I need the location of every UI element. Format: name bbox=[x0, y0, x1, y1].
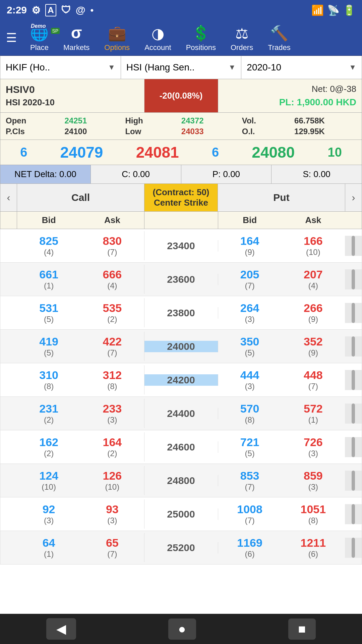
call-ask-1[interactable]: 666 (4) bbox=[80, 265, 144, 294]
nav-bar: ☰ Demo 🌐 SP Place σ Markets 💼 Options ◑ … bbox=[0, 20, 362, 56]
nav-item-positions[interactable]: 💲 Positions bbox=[179, 23, 223, 53]
call-ask-val-6: 164 bbox=[103, 436, 122, 449]
call-bid-9[interactable]: 64 (1) bbox=[17, 533, 80, 562]
call-ask-6[interactable]: 164 (2) bbox=[80, 432, 144, 462]
recents-button[interactable]: ■ bbox=[288, 619, 316, 640]
put-bid-qty-8: (7) bbox=[245, 516, 254, 525]
put-ask-0[interactable]: 166 (10) bbox=[282, 231, 345, 260]
option-row[interactable]: 661 (1) 666 (4) 23600 205 (7) 207 (4) bbox=[0, 263, 362, 296]
col-nav-right[interactable]: › bbox=[345, 184, 362, 211]
call-ask-8[interactable]: 93 (3) bbox=[80, 499, 144, 529]
exchange-dropdown[interactable]: HKIF (Ho.. ▼ bbox=[0, 56, 121, 79]
option-row[interactable]: 231 (2) 233 (3) 24400 570 (8) 572 (1) bbox=[0, 397, 362, 430]
put-ask-1[interactable]: 207 (4) bbox=[282, 265, 345, 294]
call-bid-4[interactable]: 310 (8) bbox=[17, 365, 80, 394]
hsi-left: HSIV0 HSI 2020-10 bbox=[0, 79, 144, 112]
call-ask-qty-8: (3) bbox=[107, 516, 117, 525]
call-bid-qty-0: (4) bbox=[44, 248, 54, 257]
nav-item-options[interactable]: 💼 Options bbox=[97, 23, 137, 53]
vol-value: 66.758K bbox=[294, 116, 356, 125]
index-dropdown[interactable]: HSI (Hang Sen.. ▼ bbox=[121, 56, 242, 79]
put-bid-1[interactable]: 205 (7) bbox=[218, 265, 282, 294]
call-ask-4[interactable]: 312 (8) bbox=[80, 365, 144, 394]
status-left: 2:29 ⚙ A 🛡 @ ● bbox=[7, 4, 94, 16]
option-row[interactable]: 92 (3) 93 (3) 25000 1008 (7) 1051 (8) bbox=[0, 497, 362, 531]
put-ask-7[interactable]: 859 (3) bbox=[282, 466, 345, 495]
strike-3[interactable]: 24000 bbox=[144, 341, 218, 352]
option-row[interactable]: 64 (1) 65 (7) 25200 1169 (6) 1211 (6) bbox=[0, 531, 362, 565]
put-bid-4[interactable]: 444 (3) bbox=[218, 365, 282, 394]
nav-item-trades[interactable]: 🔨 Trades bbox=[260, 23, 298, 53]
call-ask-0[interactable]: 830 (7) bbox=[80, 231, 144, 260]
exchange-arrow-icon: ▼ bbox=[108, 63, 115, 72]
put-ask-6[interactable]: 726 (3) bbox=[282, 432, 345, 462]
call-ask-val-9: 65 bbox=[106, 536, 119, 549]
strike-8[interactable]: 25000 bbox=[144, 508, 218, 520]
strike-9[interactable]: 25200 bbox=[144, 542, 218, 553]
put-ask-8[interactable]: 1051 (8) bbox=[282, 499, 345, 529]
bid-qty: 6 bbox=[20, 145, 27, 160]
put-ask-9[interactable]: 1211 (6) bbox=[282, 533, 345, 562]
call-bid-val-5: 231 bbox=[39, 402, 58, 415]
nav-item-account[interactable]: ◑ Account bbox=[137, 23, 179, 53]
put-label: Put bbox=[273, 192, 289, 203]
call-bid-8[interactable]: 92 (3) bbox=[17, 499, 80, 529]
ask-qty: 6 bbox=[212, 145, 219, 160]
markets-icon: σ bbox=[71, 23, 82, 42]
index-value: HSI (Hang Sen.. bbox=[126, 62, 195, 73]
put-bid-5[interactable]: 570 (8) bbox=[218, 399, 282, 428]
call-bid-3[interactable]: 419 (5) bbox=[17, 332, 80, 361]
call-ask-7[interactable]: 126 (10) bbox=[80, 466, 144, 495]
put-bid-9[interactable]: 1169 (6) bbox=[218, 533, 282, 562]
put-ask-5[interactable]: 572 (1) bbox=[282, 399, 345, 428]
strike-1[interactable]: 23600 bbox=[144, 274, 218, 285]
option-row[interactable]: 310 (8) 312 (8) 24200 444 (3) 448 (7) bbox=[0, 363, 362, 397]
expiry-dropdown[interactable]: 2020-10 ▼ bbox=[241, 56, 362, 79]
low-label: Low bbox=[125, 127, 174, 136]
put-bid-6[interactable]: 721 (5) bbox=[218, 432, 282, 462]
back-button[interactable]: ◀ bbox=[46, 618, 76, 640]
call-ask-3[interactable]: 422 (7) bbox=[80, 332, 144, 361]
nav-item-markets[interactable]: σ Markets bbox=[56, 22, 97, 53]
put-ask-2[interactable]: 266 (9) bbox=[282, 298, 345, 327]
put-ask-4[interactable]: 448 (7) bbox=[282, 365, 345, 394]
put-bid-0[interactable]: 164 (9) bbox=[218, 231, 282, 260]
strike-6[interactable]: 24600 bbox=[144, 441, 218, 453]
option-row[interactable]: 162 (2) 164 (2) 24600 721 (5) 726 (3) bbox=[0, 430, 362, 464]
call-bid-7[interactable]: 124 (10) bbox=[17, 466, 80, 495]
call-bid-6[interactable]: 162 (2) bbox=[17, 432, 80, 462]
call-bid-0[interactable]: 825 (4) bbox=[17, 231, 80, 260]
call-bid-2[interactable]: 531 (5) bbox=[17, 298, 80, 327]
high-label: High bbox=[125, 116, 174, 125]
strike-7[interactable]: 24800 bbox=[144, 475, 218, 486]
row-spacer-right-2 bbox=[345, 303, 362, 323]
call-bid-5[interactable]: 231 (2) bbox=[17, 399, 80, 428]
put-bid-2[interactable]: 264 (3) bbox=[218, 298, 282, 327]
call-bid-1[interactable]: 661 (1) bbox=[17, 265, 80, 294]
col-nav-left[interactable]: ‹ bbox=[0, 184, 17, 211]
call-ask-9[interactable]: 65 (7) bbox=[80, 533, 144, 562]
option-row[interactable]: 825 (4) 830 (7) 23400 164 (9) 166 (10) bbox=[0, 229, 362, 263]
put-bid-3[interactable]: 350 (5) bbox=[218, 332, 282, 361]
put-bid-qty-9: (6) bbox=[245, 549, 254, 559]
shield-icon: 🛡 bbox=[61, 4, 71, 16]
hsi-change-value: -20 bbox=[160, 91, 172, 101]
option-row[interactable]: 419 (5) 422 (7) 24000 350 (5) 352 (9) bbox=[0, 330, 362, 363]
call-ask-2[interactable]: 535 (2) bbox=[80, 298, 144, 327]
hamburger-menu[interactable]: ☰ bbox=[3, 28, 19, 48]
nav-item-place[interactable]: Demo 🌐 SP Place bbox=[23, 23, 56, 53]
strike-0[interactable]: 23400 bbox=[144, 240, 218, 252]
put-ask-3[interactable]: 352 (9) bbox=[282, 332, 345, 361]
home-button[interactable]: ● bbox=[168, 619, 196, 640]
strike-2[interactable]: 23800 bbox=[144, 307, 218, 319]
put-bid-7[interactable]: 853 (7) bbox=[218, 466, 282, 495]
strike-5[interactable]: 24400 bbox=[144, 408, 218, 419]
option-row[interactable]: 124 (10) 126 (10) 24800 853 (7) 859 (3) bbox=[0, 464, 362, 497]
nav-items: Demo 🌐 SP Place σ Markets 💼 Options ◑ Ac… bbox=[23, 22, 362, 53]
option-row[interactable]: 531 (5) 535 (2) 23800 264 (3) 266 (9) bbox=[0, 296, 362, 330]
call-ask-5[interactable]: 233 (3) bbox=[80, 399, 144, 428]
put-bid-8[interactable]: 1008 (7) bbox=[218, 499, 282, 529]
bottom-nav: ◀ ● ■ bbox=[0, 614, 362, 644]
nav-item-orders[interactable]: ⚖ Orders bbox=[223, 23, 260, 53]
strike-4[interactable]: 24200 bbox=[144, 374, 218, 386]
